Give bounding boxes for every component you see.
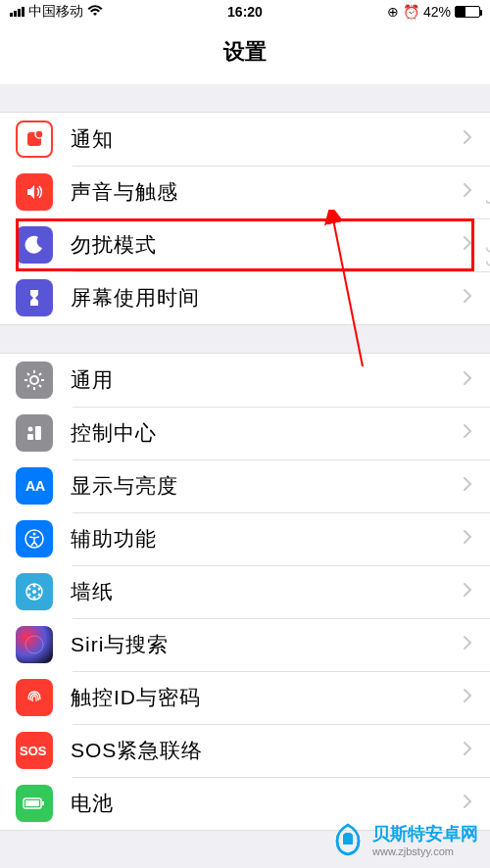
rotation-lock-icon: ⊕ bbox=[387, 4, 399, 20]
svg-text:SOS: SOS bbox=[20, 744, 47, 758]
row-label: 触控ID与密码 bbox=[53, 684, 463, 711]
chevron-right-icon bbox=[463, 582, 490, 602]
chevron-right-icon bbox=[463, 129, 490, 149]
row-control-center[interactable]: 控制中心 bbox=[0, 407, 490, 459]
notification-icon bbox=[16, 121, 53, 158]
svg-rect-5 bbox=[35, 426, 41, 440]
dnd-icon bbox=[16, 226, 53, 264]
status-left: 中国移动 bbox=[10, 3, 103, 21]
control-center-icon bbox=[16, 414, 53, 452]
svg-rect-4 bbox=[27, 434, 33, 440]
row-sos[interactable]: SOS SOS紧急联络 bbox=[0, 724, 490, 777]
carrier-label: 中国移动 bbox=[28, 3, 83, 21]
row-label: 通用 bbox=[53, 366, 463, 394]
row-battery[interactable]: 电池 bbox=[0, 777, 490, 830]
wallpaper-icon bbox=[16, 573, 53, 610]
chevron-right-icon bbox=[463, 288, 490, 308]
svg-point-11 bbox=[33, 585, 36, 588]
row-sound[interactable]: 声音与触感 bbox=[0, 166, 490, 218]
logo-url: www.zjbstyy.com bbox=[372, 845, 478, 857]
svg-rect-20 bbox=[42, 801, 44, 805]
row-label: 屏幕使用时间 bbox=[53, 284, 463, 312]
settings-group-2: 通用 控制中心 AA 显示与亮度 辅助功能 墙纸 Siri与搜索 bbox=[0, 353, 490, 831]
chevron-right-icon bbox=[463, 370, 490, 390]
chevron-right-icon bbox=[463, 182, 490, 202]
svg-point-14 bbox=[33, 597, 36, 600]
svg-point-10 bbox=[32, 590, 36, 594]
row-label: 显示与亮度 bbox=[53, 472, 463, 500]
row-touchid[interactable]: 触控ID与密码 bbox=[0, 671, 490, 724]
chevron-right-icon bbox=[463, 235, 490, 255]
row-accessibility[interactable]: 辅助功能 bbox=[0, 512, 490, 565]
row-label: 控制中心 bbox=[53, 419, 463, 447]
row-display[interactable]: AA 显示与亮度 bbox=[0, 459, 490, 512]
chevron-right-icon bbox=[463, 688, 490, 707]
svg-text:AA: AA bbox=[25, 478, 45, 494]
status-bar: 中国移动 16:20 ⊕ ⏰ 42% bbox=[0, 0, 490, 24]
sos-icon: SOS bbox=[16, 732, 53, 769]
touchid-icon bbox=[16, 679, 53, 716]
chevron-right-icon bbox=[463, 529, 490, 549]
row-wallpaper[interactable]: 墙纸 bbox=[0, 565, 490, 618]
svg-point-1 bbox=[35, 130, 43, 138]
svg-point-12 bbox=[38, 588, 41, 591]
battery-row-icon bbox=[16, 785, 53, 822]
row-general[interactable]: 通用 bbox=[0, 354, 490, 407]
display-icon: AA bbox=[16, 467, 53, 505]
svg-rect-21 bbox=[25, 800, 39, 806]
general-icon bbox=[16, 362, 53, 399]
wifi-icon bbox=[87, 4, 103, 20]
row-label: 墙纸 bbox=[53, 578, 463, 605]
battery-text: 42% bbox=[423, 4, 451, 20]
row-label: Siri与搜索 bbox=[53, 631, 463, 658]
row-label: 通知 bbox=[53, 125, 463, 153]
row-label: SOS紧急联络 bbox=[53, 737, 463, 764]
row-label: 声音与触感 bbox=[53, 178, 463, 206]
status-right: ⊕ ⏰ 42% bbox=[387, 4, 480, 20]
row-siri[interactable]: Siri与搜索 bbox=[0, 618, 490, 671]
chevron-right-icon bbox=[463, 794, 490, 813]
accessibility-icon bbox=[16, 520, 53, 557]
row-dnd[interactable]: 勿扰模式 bbox=[0, 218, 490, 271]
siri-icon bbox=[16, 626, 53, 663]
svg-point-8 bbox=[33, 533, 36, 536]
chevron-right-icon bbox=[463, 741, 490, 760]
screentime-icon bbox=[16, 279, 53, 316]
sound-icon bbox=[16, 173, 53, 211]
row-notification[interactable]: 通知 bbox=[0, 113, 490, 166]
settings-group-1: 通知 声音与触感 勿扰模式 屏幕使用时间 bbox=[0, 112, 490, 325]
chevron-right-icon bbox=[463, 635, 490, 654]
chevron-right-icon bbox=[463, 423, 490, 443]
chevron-right-icon bbox=[463, 476, 490, 496]
row-label: 电池 bbox=[53, 790, 463, 817]
signal-icon bbox=[10, 7, 24, 17]
clock: 16:20 bbox=[227, 4, 263, 20]
svg-point-3 bbox=[28, 427, 33, 432]
svg-point-15 bbox=[28, 594, 31, 597]
svg-point-2 bbox=[30, 376, 38, 384]
svg-point-13 bbox=[38, 594, 41, 597]
svg-point-17 bbox=[25, 636, 43, 653]
svg-point-16 bbox=[28, 588, 31, 591]
row-label: 辅助功能 bbox=[53, 525, 463, 553]
page-title: 设置 bbox=[0, 24, 490, 84]
battery-icon bbox=[455, 6, 480, 18]
alarm-icon: ⏰ bbox=[403, 4, 419, 20]
row-label: 勿扰模式 bbox=[53, 231, 463, 259]
row-screentime[interactable]: 屏幕使用时间 bbox=[0, 271, 490, 324]
